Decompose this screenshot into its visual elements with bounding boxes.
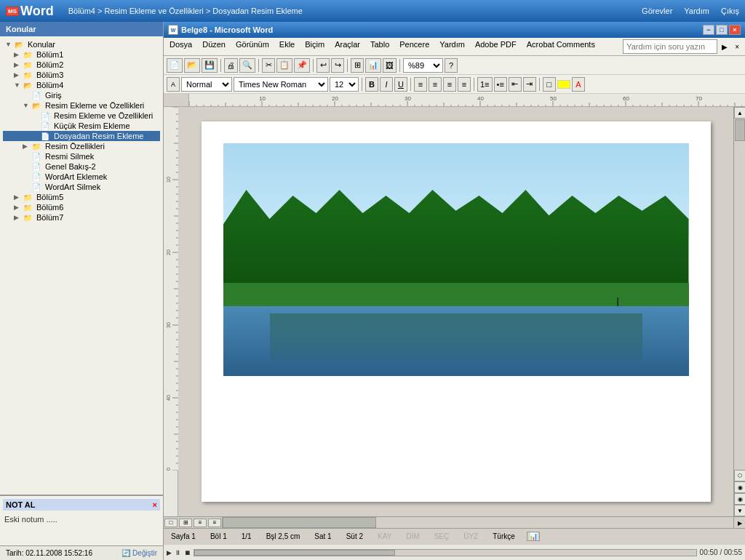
size-select[interactable]: 12 (330, 77, 359, 92)
scroll-right-button[interactable]: ▶ (733, 517, 745, 529)
scroll-next-page[interactable]: ◉ (734, 493, 745, 505)
tb-align-center-button[interactable]: ≡ (429, 77, 442, 92)
menu-tablo[interactable]: Tablo (367, 39, 392, 54)
tree-item-15[interactable]: 📄WordArt Silmek (3, 182, 160, 192)
tb-new-button[interactable]: 📄 (167, 58, 183, 73)
view-normal-button[interactable]: □ (164, 519, 178, 527)
menu-pencere[interactable]: Pencere (397, 39, 432, 54)
scroll-track[interactable] (734, 119, 745, 470)
tb-redo-button[interactable]: ↪ (331, 58, 344, 73)
note-text[interactable]: Eski notum ..... (3, 513, 160, 543)
minimize-button[interactable]: − (703, 25, 714, 35)
tree-item-1[interactable]: ▼📂Konular (3, 39, 160, 49)
playback-thumb[interactable] (194, 550, 395, 556)
note-close-button[interactable]: × (153, 500, 157, 509)
menu-duzen[interactable]: Düzen (199, 39, 228, 54)
scroll-small-down[interactable]: ⬡ (734, 470, 745, 481)
tb-indent-dec-button[interactable]: ⇤ (509, 77, 522, 92)
search-close-button[interactable]: × (732, 42, 742, 52)
horizontal-scroll-thumb[interactable] (223, 517, 376, 528)
tree-label-17: Bölüm6 (36, 203, 63, 212)
tb-color-button[interactable]: A (572, 77, 585, 92)
style-select[interactable]: Normal (181, 77, 232, 92)
scroll-down-button[interactable]: ▼ (734, 505, 745, 516)
tb-bold-button[interactable]: B (365, 77, 378, 92)
menu-araclar[interactable]: Araçlar (332, 39, 363, 54)
pause-button[interactable]: ⏸ (175, 549, 181, 556)
playback-progress[interactable] (194, 549, 697, 556)
tb-justify-button[interactable]: ≡ (458, 77, 471, 92)
close-button[interactable]: × (729, 25, 741, 35)
tree-item-18[interactable]: ▶📁Bölüm7 (3, 212, 160, 223)
tree-item-10[interactable]: 📄Dosyadan Resim Ekleme (3, 131, 160, 141)
tb-bullets-button[interactable]: •≡ (494, 77, 507, 92)
tree-item-13[interactable]: 📄Genel Bakış-2 (3, 161, 160, 172)
maximize-button[interactable]: □ (716, 25, 728, 35)
ruler (164, 94, 745, 107)
tree-item-4[interactable]: ▶📁Bölüm3 (3, 70, 160, 80)
tb-save-button[interactable]: 💾 (202, 58, 218, 73)
tree-item-14[interactable]: 📄WordArt Eklemek (3, 172, 160, 182)
tb-copy-button[interactable]: 📋 (276, 58, 292, 73)
gorevler-button[interactable]: Görevler (642, 7, 672, 15)
menu-adobe-pdf[interactable]: Adobe PDF (472, 39, 519, 54)
word-search-input[interactable] (623, 39, 717, 54)
view-outline-button[interactable]: ≡ (208, 519, 221, 527)
tree-label-12: Resmi Silmek (45, 152, 94, 161)
view-web-button[interactable]: ⊞ (179, 519, 192, 527)
change-button[interactable]: 🔄 Değiştir (121, 549, 157, 557)
tb-cut-button[interactable]: ✂ (262, 58, 275, 73)
tree-item-11[interactable]: ▶📁Resim Özellikleri (3, 141, 160, 151)
tree-item-2[interactable]: ▶📁Bölüm1 (3, 49, 160, 60)
note-title: NOT AL (6, 500, 36, 509)
tb-zoom-select[interactable]: %89%100%75 (403, 58, 443, 73)
tb-highlight-button[interactable] (557, 80, 570, 89)
tb-undo-button[interactable]: ↩ (316, 58, 330, 73)
menu-yardim[interactable]: Yardım (437, 39, 468, 54)
menu-acrobat[interactable]: Acrobat Comments (524, 39, 598, 54)
scroll-prev-page[interactable]: ◉ (734, 481, 745, 493)
tree-item-8[interactable]: 📄Resim Ekleme ve Özellikleri (3, 111, 160, 121)
scroll-up-button[interactable]: ▲ (734, 107, 745, 119)
tree-item-5[interactable]: ▼📂Bölüm4 (3, 80, 160, 90)
tree-item-7[interactable]: ▼📂Resim Ekleme ve Özellikleri (3, 100, 160, 111)
app-logo: MS Word (6, 4, 54, 19)
tb-italic-button[interactable]: I (380, 77, 393, 92)
tb-format-icon[interactable]: A (167, 77, 180, 92)
tb-open-button[interactable]: 📂 (184, 58, 200, 73)
play-button[interactable]: ▶ (167, 549, 172, 556)
tb-help-button[interactable]: ? (445, 58, 458, 73)
tree-item-6[interactable]: 📄Giriş (3, 90, 160, 100)
scroll-thumb[interactable] (735, 119, 745, 141)
tb-align-left-button[interactable]: ≡ (414, 77, 427, 92)
tb-indent-inc-button[interactable]: ⇥ (523, 77, 536, 92)
tree-item-17[interactable]: ▶📁Bölüm6 (3, 202, 160, 212)
tb-align-right-button[interactable]: ≡ (443, 77, 456, 92)
stop-button[interactable]: ⏹ (184, 549, 191, 556)
tree-item-9[interactable]: 📄Küçük Resim Ekleme (3, 121, 160, 131)
menu-dosya[interactable]: Dosya (167, 39, 195, 54)
change-label[interactable]: Değiştir (132, 549, 157, 557)
tb-preview-button[interactable]: 🔍 (239, 58, 255, 73)
tree-item-3[interactable]: ▶📁Bölüm2 (3, 60, 160, 70)
tb-print-button[interactable]: 🖨 (224, 58, 238, 73)
horizontal-scrollbar[interactable] (223, 517, 733, 528)
tree-item-12[interactable]: 📄Resmi Silmek (3, 151, 160, 161)
tb-chart-button[interactable]: 📊 (365, 58, 381, 73)
word-search-area: ▶ × (623, 39, 742, 54)
view-print-button[interactable]: ≡ (194, 519, 207, 527)
tb-border-button[interactable]: □ (543, 77, 556, 92)
menu-ekle[interactable]: Ekle (276, 39, 298, 54)
tb-table-button[interactable]: ⊞ (351, 58, 364, 73)
menu-gorunum[interactable]: Görünüm (233, 39, 272, 54)
search-go-button[interactable]: ▶ (719, 42, 730, 52)
tb-numbering-button[interactable]: 1≡ (477, 77, 493, 92)
menu-bicim[interactable]: Biçim (302, 39, 327, 54)
tb-underline-button[interactable]: U (394, 77, 407, 92)
tb-img-button[interactable]: 🖼 (383, 58, 397, 73)
cikis-button[interactable]: Çıkış (721, 7, 739, 15)
font-select[interactable]: Times New Roman (234, 77, 328, 92)
tb-paste-button[interactable]: 📌 (294, 58, 310, 73)
yardim-button[interactable]: Yardım (684, 7, 709, 15)
tree-item-16[interactable]: ▶📁Bölüm5 (3, 192, 160, 202)
